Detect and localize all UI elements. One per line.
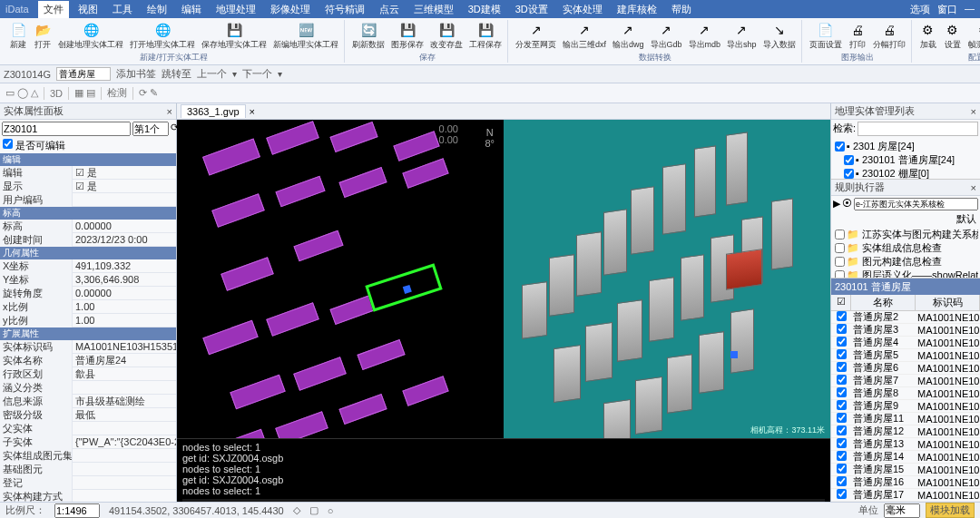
building-2d[interactable] [338, 167, 387, 198]
building-2d[interactable] [202, 320, 258, 356]
ribbon-打开[interactable]: 📂打开 [31, 20, 54, 52]
rule-item[interactable]: 📁 图元构建信息检查 [833, 255, 978, 269]
prop-value[interactable]: ☑ 是 [73, 180, 176, 193]
menu-绘制[interactable]: 绘制 [142, 1, 172, 18]
rule-item[interactable]: 📁 实体组成信息检查 [833, 241, 978, 255]
building-2d[interactable] [357, 339, 405, 370]
building-3d-selected[interactable] [726, 249, 762, 290]
table-row[interactable]: 普通房屋5MA1001NE103H1535... [831, 349, 980, 362]
building-2d[interactable] [266, 121, 319, 155]
ribbon-加载[interactable]: ⚙加载 [916, 20, 940, 52]
building-3d[interactable] [694, 145, 716, 217]
menu-文件[interactable]: 文件 [38, 1, 69, 18]
unit-combo[interactable] [884, 503, 920, 518]
window-link[interactable]: 窗口 [937, 3, 957, 16]
ribbon-导出shp[interactable]: ↗导出shp [724, 20, 760, 52]
rule-item[interactable]: 📁 图层语义化——showRelationMap... [833, 269, 978, 279]
tool-icon[interactable]: ▦ [74, 87, 83, 99]
menu-编辑[interactable]: 编辑 [176, 1, 207, 18]
ribbon-新建[interactable]: 📄新建 [6, 20, 30, 52]
prop-value[interactable]: 市县级基础测绘 [73, 395, 176, 408]
ribbon-导出Gdb[interactable]: ↗导出Gdb [648, 20, 685, 52]
building-3d[interactable] [603, 399, 631, 438]
ribbon-图形保存[interactable]: 💾图形保存 [388, 20, 426, 52]
building-3d[interactable] [603, 209, 627, 276]
layer-name-input[interactable] [56, 67, 111, 81]
building-2d[interactable] [211, 429, 267, 438]
table-row[interactable]: 普通房屋7MA1001NE103H1535... [831, 375, 980, 387]
ribbon-保存地理实体工程[interactable]: 💾保存地理实体工程 [199, 20, 270, 52]
viewport-2d[interactable]: N8° 0.000.00 [177, 120, 504, 438]
prop-value[interactable]: 2023/12/23 0:00 [73, 234, 176, 245]
table-row[interactable]: 普通房屋9MA1001NE103H1535... [831, 400, 980, 413]
building-2d[interactable] [230, 375, 285, 410]
building-2d[interactable] [293, 230, 343, 262]
next-button[interactable]: 下一个 [242, 67, 272, 81]
building-3d[interactable] [681, 254, 704, 321]
prop-value[interactable]: 3,306,646.908 [73, 274, 176, 285]
close-icon[interactable]: × [167, 106, 172, 117]
mode3d-label[interactable]: 3D [50, 88, 63, 99]
layer-combo[interactable] [2, 122, 131, 136]
ribbon-导入数据[interactable]: ↘导入数据 [760, 20, 799, 52]
prop-value[interactable]: 最低 [73, 408, 176, 422]
building-2d[interactable] [266, 302, 319, 337]
editable-checkbox[interactable] [3, 139, 13, 149]
menu-地理处理[interactable]: 地理处理 [211, 1, 261, 18]
table-row[interactable]: 普通房屋2MA1001NE103H1535... [831, 311, 980, 324]
building-2d[interactable] [220, 257, 274, 291]
building-3d[interactable] [667, 354, 692, 414]
building-3d[interactable] [649, 277, 674, 342]
table-row[interactable]: 普通房屋14MA1001NE103H1535... [831, 451, 980, 464]
building-2d[interactable] [211, 193, 265, 228]
building-3d[interactable] [699, 331, 724, 394]
menu-点云[interactable]: 点云 [374, 1, 405, 18]
table-row[interactable]: 普通房屋4MA1001NE103H1535... [831, 337, 980, 349]
building-3d[interactable] [635, 376, 662, 435]
building-3d[interactable] [549, 254, 574, 317]
ribbon-新编地理实体工程[interactable]: 🆕新编地理实体工程 [270, 20, 341, 52]
prop-value[interactable]: 1.00 [73, 315, 176, 326]
menu-符号精调[interactable]: 符号精调 [319, 1, 370, 18]
building-3d[interactable] [585, 322, 612, 382]
ribbon-帧测设置[interactable]: ⚙帧测设置 [965, 20, 980, 52]
tab-file[interactable]: 3363_1.gvp [181, 104, 246, 118]
table-row[interactable]: 普通房屋16MA1001NE103H1535... [831, 476, 980, 489]
ribbon-分发至网页[interactable]: ↗分发至网页 [513, 20, 559, 52]
prop-value[interactable]: 普通房屋24 [73, 354, 176, 367]
prop-value[interactable]: MA1001NE103H15351422... [73, 341, 176, 352]
table-row[interactable]: 普通房屋6MA1001NE103H1535... [831, 362, 980, 375]
menu-3D设置[interactable]: 3D设置 [510, 1, 554, 18]
ribbon-输出dwg[interactable]: ↗输出dwg [610, 20, 647, 52]
building-2d[interactable] [293, 357, 347, 391]
building-3d[interactable] [617, 299, 642, 362]
prop-value[interactable]: 歙县 [73, 367, 176, 381]
building-3d[interactable] [554, 345, 581, 403]
index-combo[interactable] [132, 122, 169, 136]
table-row[interactable]: 普通房屋11MA1001NE103H1535... [831, 413, 980, 425]
ribbon-导出mdb[interactable]: ↗导出mdb [686, 20, 724, 52]
ribbon-刷新数据[interactable]: 🔄刷新数据 [349, 20, 387, 52]
menu-建库核检[interactable]: 建库核检 [612, 1, 662, 18]
table-row[interactable]: 普通房屋13MA1001NE103H1535... [831, 438, 980, 451]
ribbon-打印[interactable]: 🖨打印 [846, 20, 869, 52]
building-2d[interactable] [202, 138, 260, 175]
ribbon-输出三维dxf[interactable]: ↗输出三维dxf [560, 20, 609, 52]
tree-node[interactable]: ▪ 230101 普通房屋[24] [833, 153, 978, 167]
building-3d[interactable] [730, 308, 754, 374]
ribbon-改变存盘[interactable]: 💾改变存盘 [427, 20, 466, 52]
tool-icon[interactable]: △ [31, 87, 38, 99]
menu-视图[interactable]: 视图 [73, 1, 103, 18]
viewport-3d[interactable]: 相机高程：373.11米 [504, 120, 830, 438]
prop-value[interactable]: ☑ 是 [73, 166, 176, 180]
building-2d[interactable] [329, 122, 377, 152]
ribbon-工程保存[interactable]: 💾工程保存 [466, 20, 505, 52]
building-3d[interactable] [522, 281, 547, 339]
tool-icon[interactable]: ✎ [150, 87, 158, 99]
prop-value[interactable]: 0.00000 [73, 288, 176, 298]
close-icon[interactable]: × [971, 182, 976, 193]
ribbon-页面设置[interactable]: 📄页面设置 [807, 20, 845, 52]
play-icon[interactable]: ▶ [833, 198, 840, 210]
menu-工具[interactable]: 工具 [107, 1, 138, 18]
bookmark-link[interactable]: 添加书签 [116, 67, 156, 81]
